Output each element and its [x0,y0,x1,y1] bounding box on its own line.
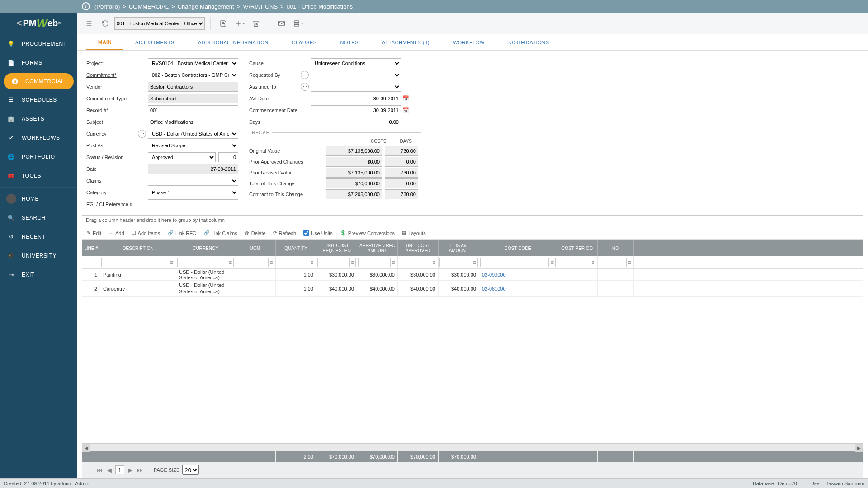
sidebar-item-procurement[interactable]: 💡PROCUREMENT [0,34,77,53]
grid-group-hint[interactable]: Drag a column header and drop it here to… [82,216,863,226]
sidebar-item-recent[interactable]: ↺RECENT [0,227,77,246]
calendar-icon[interactable]: 📅 [402,95,409,102]
pager-first[interactable]: ⏮ [96,467,104,474]
days-field[interactable] [311,117,401,127]
subject-field[interactable] [148,117,238,127]
postas-select[interactable]: Revised Scope [148,141,238,150]
filter-uom[interactable] [236,258,269,267]
tab-notifications[interactable]: NOTIFICATIONS [496,34,561,50]
tab-attachments[interactable]: ATTACHMENTS (3) [370,34,441,50]
cost-code-link[interactable]: 02-061000 [482,286,506,291]
cost-code-link[interactable]: 02-099000 [482,272,506,277]
egi-field[interactable] [148,199,238,209]
filter-avi[interactable] [439,258,472,267]
sidebar-item-university[interactable]: 🎓UNIVERSITY [0,246,77,265]
filter-icon[interactable]: ≡ [590,258,596,267]
col-curr[interactable]: CURRENCY [176,240,235,256]
grid-linkclaims-button[interactable]: 🔗 Link Claims [203,230,237,236]
col-desc[interactable]: DESCRIPTION [100,240,176,256]
delete-button[interactable] [249,16,263,31]
assto-more-button[interactable]: ⋯ [301,83,309,91]
tab-workflow[interactable]: WORKFLOW [441,34,496,50]
category-select[interactable]: Phase 1 [148,188,238,197]
breadcrumb-portfolio[interactable]: (Portfolio) [94,3,120,10]
sidebar-item-exit[interactable]: ⇥EXIT [0,265,77,284]
filter-icon[interactable]: ≡ [309,258,315,267]
col-period[interactable]: COST PERIOD [557,240,598,256]
sidebar-item-schedules[interactable]: ☰SCHEDULES [0,90,77,109]
pager-next[interactable]: ▶ [127,467,133,474]
filter-desc[interactable] [101,258,168,267]
col-arfc[interactable]: APPROVED RFC AMOUNT [357,240,398,256]
commitment-label[interactable]: Commitment* [86,72,148,78]
col-code[interactable]: COST CODE [479,240,557,256]
sidebar-item-tools[interactable]: 🧰TOOLS [0,166,77,185]
filter-icon[interactable]: ≡ [350,258,356,267]
filter-curr[interactable] [177,258,227,267]
filter-icon[interactable]: ≡ [227,258,234,267]
col-uca[interactable]: UNIT COST APPROVED [398,240,439,256]
project-select[interactable]: RVS0104 - Boston Medical Center [148,58,238,68]
tab-notes[interactable]: NOTES [329,34,370,50]
filter-icon[interactable]: ≡ [627,258,632,267]
sidebar-item-forms[interactable]: 📄FORMS [0,53,77,72]
pagesize-select[interactable]: 20 [182,465,199,475]
grid-useunits-checkbox[interactable]: Use Units [303,230,333,236]
col-ucr[interactable]: UNIT COST REQUESTED [316,240,357,256]
grid-add-button[interactable]: ＋ Add [108,230,124,236]
pager-prev[interactable]: ◀ [106,467,113,474]
grid-linkrfc-button[interactable]: 🔗 Link RFC [167,230,196,236]
sidebar-item-assets[interactable]: 🏢ASSETS [0,109,77,128]
calendar-icon[interactable]: 📅 [402,107,409,114]
filter-period[interactable] [558,258,590,267]
claims-select[interactable] [148,176,238,186]
filter-uca[interactable] [399,258,431,267]
tab-additional-info[interactable]: ADDITIONAL INFORMATION [186,34,280,50]
reqby-select[interactable] [311,70,401,80]
col-avi[interactable]: THIS AVI AMOUNT [439,240,479,256]
email-button[interactable] [274,16,289,31]
filter-icon[interactable]: ≡ [168,258,175,267]
col-uom[interactable]: UOM [235,240,276,256]
pager-page-input[interactable] [115,465,124,474]
reqby-more-button[interactable]: ⋯ [301,71,309,79]
pager-last[interactable]: ⏭ [136,467,144,474]
sidebar-item-home[interactable]: HOME [0,189,77,208]
commitment-select[interactable]: 002 - Boston Contractors - GMP Contract [148,70,238,80]
grid-edit-button[interactable]: ✎ Edit [87,230,101,236]
list-button[interactable] [82,16,96,31]
assto-select[interactable] [311,82,401,92]
filter-icon[interactable]: ≡ [472,258,478,267]
sidebar-item-commercial[interactable]: $COMMERCIAL [4,73,74,89]
claims-label[interactable]: Claims [86,178,148,183]
filter-icon[interactable]: ≡ [269,258,274,267]
filter-qty[interactable] [277,258,309,267]
revision-field[interactable] [218,152,238,162]
col-note[interactable]: NO [598,240,634,256]
print-button[interactable]: ▾ [291,16,305,31]
avidate-field[interactable] [311,94,401,103]
sidebar-item-portfolio[interactable]: 🌐PORTFOLIO [0,147,77,166]
grid-h-scrollbar[interactable]: ◀▶ [82,443,863,451]
col-qty[interactable]: QUANTITY [276,240,316,256]
filter-ucr[interactable] [317,258,350,267]
add-button[interactable]: ▾ [232,16,247,31]
save-button[interactable] [216,16,231,31]
grid-layouts-button[interactable]: ▦ Layouts [402,230,426,236]
filter-code[interactable] [480,258,549,267]
col-line[interactable]: LINE # [82,240,100,256]
grid-preview-button[interactable]: 💲 Preview Conversions [340,230,395,236]
filter-icon[interactable]: ≡ [549,258,556,267]
tab-main[interactable]: MAIN [86,34,123,50]
table-row[interactable]: 2 Carpentry USD - Dollar (United States … [82,281,863,297]
filter-icon[interactable]: ≡ [391,258,396,267]
filter-icon[interactable]: ≡ [431,258,437,267]
sidebar-item-workflows[interactable]: ✔WORKFLOWS [0,128,77,147]
currency-select[interactable]: USD - Dollar (United States of America) [148,129,238,139]
filter-arfc[interactable] [358,258,391,267]
filter-note[interactable] [599,258,627,267]
table-row[interactable]: 1 Painting USD - Dollar (United States o… [82,269,863,281]
sidebar-item-search[interactable]: 🔍SEARCH [0,208,77,227]
commdate-field[interactable] [311,105,401,115]
currency-more-button[interactable]: ⋯ [138,130,146,138]
